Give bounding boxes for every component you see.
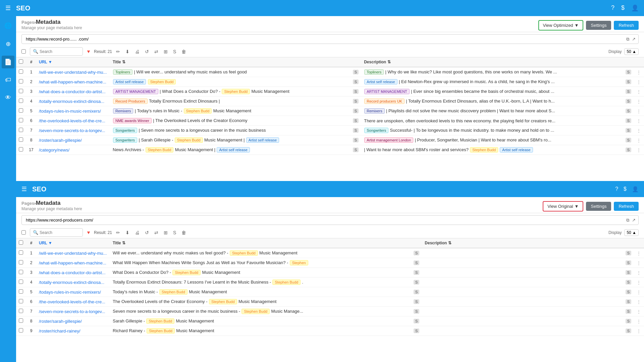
settings-button-1[interactable]: Settings xyxy=(586,21,611,30)
more-icon[interactable]: ⋮ xyxy=(637,99,641,104)
s-badge-desc[interactable]: S xyxy=(626,118,631,123)
select-all-checkbox-1[interactable] xyxy=(21,49,26,54)
tag[interactable]: Artist self release xyxy=(500,147,533,153)
s-badge-desc[interactable]: S xyxy=(626,309,631,314)
s-badge[interactable]: S xyxy=(414,309,419,314)
s-badge-desc[interactable]: S xyxy=(626,260,631,265)
row-url[interactable]: /seven-more-secrets-to-a-longev... xyxy=(36,307,110,316)
tag[interactable]: Stephen Budd xyxy=(241,309,270,314)
help-icon[interactable]: ? xyxy=(611,4,614,12)
s-badge-desc[interactable]: S xyxy=(626,89,631,94)
s-badge[interactable]: S xyxy=(353,99,359,104)
row-url[interactable]: /will-we-ever-understand-why-mu... xyxy=(36,248,110,258)
th-desc-2[interactable]: Description ⇅ xyxy=(422,238,623,248)
tag[interactable]: ARTIST MANAGEMENT xyxy=(364,89,410,94)
row-checkbox[interactable] xyxy=(19,299,23,303)
sidebar-item-eye[interactable]: 👁 xyxy=(2,92,14,104)
s-badge-desc[interactable]: S xyxy=(626,70,631,74)
display-count-2[interactable]: 50 ▲ xyxy=(624,229,639,236)
more-icon[interactable]: ⋮ xyxy=(637,128,641,133)
s-badge-desc[interactable]: S xyxy=(626,280,631,285)
row-checkbox[interactable] xyxy=(19,260,23,264)
tag[interactable]: Artist self release xyxy=(217,147,250,153)
row-checkbox[interactable] xyxy=(19,99,23,103)
row-url[interactable]: /what-does-a-conductor-do-artist... xyxy=(36,268,110,278)
more-icon[interactable]: ⋮ xyxy=(637,109,641,114)
more-icon[interactable]: ⋮ xyxy=(637,70,641,75)
row-checkbox[interactable] xyxy=(19,270,23,274)
s-badge-desc[interactable]: S xyxy=(626,299,631,304)
s-badge[interactable]: S xyxy=(414,251,419,255)
sidebar-item-globe[interactable]: 🌐 xyxy=(2,19,14,32)
tag[interactable]: Stephen Budd xyxy=(147,328,175,334)
row-url[interactable]: /totally-enormous-extinct-dinosa... xyxy=(36,278,110,287)
th-url-2[interactable]: URL ▼ xyxy=(36,238,110,248)
row-url[interactable]: /category/news/ xyxy=(36,145,110,155)
tag[interactable]: Stephen Budd xyxy=(184,108,212,114)
refresh-button-2[interactable]: Refresh xyxy=(614,202,639,211)
dollar-icon-2[interactable]: $ xyxy=(624,186,627,192)
row-checkbox[interactable] xyxy=(19,108,23,113)
row-checkbox[interactable] xyxy=(19,79,23,83)
row-checkbox[interactable] xyxy=(19,289,23,294)
s-badge-desc[interactable]: S xyxy=(626,79,631,84)
sync-icon-2[interactable]: ⇄ xyxy=(153,229,160,236)
more-icon[interactable]: ⋮ xyxy=(637,280,641,285)
more-icon[interactable]: ⋮ xyxy=(637,79,641,84)
refresh-button-1[interactable]: Refresh xyxy=(614,21,639,30)
th-title-1[interactable]: Title ⇅ xyxy=(110,57,350,67)
s-badge[interactable]: S xyxy=(353,89,359,94)
tag[interactable]: Stephen Budd xyxy=(146,318,174,324)
tag[interactable]: Record Producers xyxy=(113,99,148,104)
user-icon[interactable]: 👤 xyxy=(631,4,639,12)
tag[interactable]: Stephen Budd xyxy=(159,289,187,295)
external-link-icon-2[interactable]: ↗ xyxy=(632,218,636,223)
more-icon[interactable]: ⋮ xyxy=(637,138,641,143)
view-optimized-button[interactable]: View Optimized ▼ xyxy=(538,20,584,31)
row-checkbox[interactable] xyxy=(19,128,23,132)
row-checkbox[interactable] xyxy=(19,137,23,142)
row-checkbox[interactable] xyxy=(19,328,23,333)
sidebar-item-page[interactable]: 📄 xyxy=(2,56,14,68)
tag[interactable]: Remixers xyxy=(364,108,384,114)
s-badge[interactable]: S xyxy=(353,79,359,84)
row-url[interactable]: /will-we-ever-understand-why-mu... xyxy=(36,67,110,77)
th-desc-1[interactable]: Description ⇅ xyxy=(361,57,623,67)
tag[interactable]: Stephen Budd xyxy=(272,280,301,285)
tag[interactable]: Stephen Budd xyxy=(230,250,258,256)
header-checkbox-1[interactable] xyxy=(19,59,23,64)
refresh-icon-2[interactable]: ↺ xyxy=(144,229,150,236)
row-url[interactable]: /what-will-happen-when-machine... xyxy=(36,258,110,268)
s-badge-desc[interactable]: S xyxy=(626,251,631,255)
tag[interactable]: Stephen Budd xyxy=(222,89,250,94)
s-icon-2[interactable]: S xyxy=(172,229,177,236)
tag[interactable]: Remixers xyxy=(113,108,133,114)
sync-icon-1[interactable]: ⇄ xyxy=(153,48,160,55)
tag[interactable]: Stephen Budd xyxy=(175,137,203,143)
s-badge[interactable]: S xyxy=(353,70,359,74)
s-badge[interactable]: S xyxy=(414,290,419,294)
tag[interactable]: Songwriters xyxy=(364,128,388,133)
row-url[interactable]: /roster/sarah-gillespie/ xyxy=(36,135,110,145)
s-badge[interactable]: S xyxy=(414,280,419,285)
s-badge[interactable]: S xyxy=(353,147,359,152)
s-badge-desc[interactable]: S xyxy=(626,147,631,152)
s-badge[interactable]: S xyxy=(353,118,359,123)
s-badge-desc[interactable]: S xyxy=(626,328,631,333)
more-icon[interactable]: ⋮ xyxy=(637,118,641,123)
more-icon[interactable]: ⋮ xyxy=(637,270,641,275)
s-badge[interactable]: S xyxy=(414,328,419,333)
row-url[interactable]: /the-overlooked-levels-of-the-cre... xyxy=(36,297,110,307)
row-url[interactable]: /todays-rules-in-music-remixers/ xyxy=(36,287,110,297)
s-badge[interactable]: S xyxy=(414,299,419,304)
s-icon-1[interactable]: S xyxy=(172,48,177,55)
tag[interactable]: Stephen Budd xyxy=(470,147,498,153)
row-checkbox[interactable] xyxy=(19,280,23,284)
s-badge-desc[interactable]: S xyxy=(626,128,631,133)
search-input-2[interactable] xyxy=(40,230,80,235)
tag[interactable]: ARTIST MANAGEMENT xyxy=(113,89,158,94)
hamburger-icon[interactable]: ☰ xyxy=(5,4,11,12)
tag[interactable]: Artist self release xyxy=(113,79,146,84)
row-checkbox[interactable] xyxy=(19,118,23,122)
more-icon[interactable]: ⋮ xyxy=(637,328,641,334)
